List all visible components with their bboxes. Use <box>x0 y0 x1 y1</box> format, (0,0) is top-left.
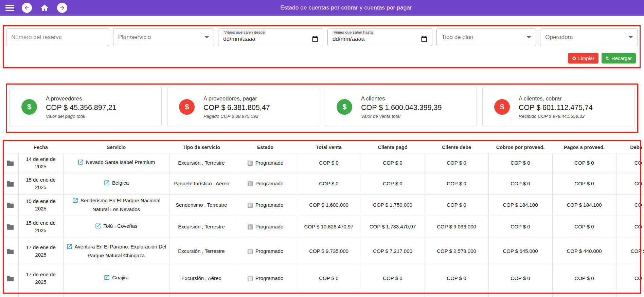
card-title: A clientes <box>361 95 442 102</box>
recargar-button[interactable]: ↻ Recargar <box>602 53 636 63</box>
dollar-icon: $ <box>337 99 352 115</box>
cell-total-venta: COP $ 0 <box>297 153 361 173</box>
recargar-label: Recargar <box>611 56 632 61</box>
service-link[interactable]: Guajira <box>112 275 128 280</box>
cell-tipo: Excursión , Terrestre <box>169 216 234 238</box>
folder-icon[interactable] <box>5 202 16 208</box>
reserva-input[interactable] <box>11 34 104 41</box>
folder-icon[interactable] <box>5 181 16 187</box>
calendar-status-icon <box>247 202 253 208</box>
open-link-icon[interactable] <box>104 274 110 283</box>
cell-pagos-proveed: COP $ 0 <box>552 173 616 194</box>
dollar-icon: $ <box>179 99 195 115</box>
card-title: A proveedores <box>46 95 117 102</box>
cell-cliente-debe: COP $ 0 <box>425 194 488 216</box>
status-badge: Programado <box>255 275 284 282</box>
cell-total-venta: COP $ 1.600.000 <box>297 194 361 216</box>
open-link-icon[interactable] <box>66 243 73 252</box>
plan-servicio-select[interactable]: Plan/servicio <box>113 29 214 46</box>
service-link[interactable]: Nevado Santa Isabel Premium <box>86 159 155 165</box>
folder-icon[interactable] <box>5 275 16 281</box>
home-icon[interactable] <box>39 3 50 13</box>
calendar-status-icon <box>247 160 253 166</box>
cell-cobros-proveed: COP $ 0 <box>488 153 552 173</box>
calendar-picker-icon[interactable] <box>421 33 427 42</box>
cell-total-venta: COP $ 0 <box>297 265 361 292</box>
cell-tipo: Excursión , Terrestre <box>169 153 234 173</box>
cell-cliente-debe: COP $ 0 <box>425 265 488 292</box>
col-debe-a: Debe a <box>616 142 644 153</box>
limpiar-button[interactable]: ♻ Limpiar <box>568 53 598 63</box>
open-link-icon[interactable] <box>95 223 101 231</box>
cell-cobros-proveed: COP $ 0 <box>488 173 552 194</box>
open-link-icon[interactable] <box>104 180 110 188</box>
col-cliente-pago: Cliente pagó <box>361 142 425 153</box>
card-amount: COP $ 1.600.043.399,39 <box>361 104 442 112</box>
chevron-down-icon <box>205 36 209 38</box>
calendar-status-icon <box>247 276 253 281</box>
cell-cliente-debe: COP $ 2.578.000 <box>425 238 488 265</box>
recycle-icon: ♻ <box>572 56 576 61</box>
col-servicio: Servicio <box>63 142 169 153</box>
forward-icon[interactable] <box>57 3 67 13</box>
card-a-proveedores-pagar: $ A proveedores, pagar COP $ 6.381.805,4… <box>167 87 319 127</box>
card-amount: COP $ 601.112.475,74 <box>519 104 593 112</box>
table-row: 15 de ene de 2025 Belgica Paquete turíst… <box>3 173 644 194</box>
back-icon[interactable] <box>22 3 32 13</box>
cell-servicio: Belgica <box>63 173 169 194</box>
open-link-icon[interactable] <box>77 159 84 167</box>
cell-debe-a: CO <box>616 194 644 216</box>
service-link[interactable]: Aventura En El Páramo: Exploración Del P… <box>75 244 166 258</box>
card-a-proveedores: $ A proveedores COP $ 45.356.897,21 Valo… <box>10 87 162 127</box>
reserva-field-wrap <box>6 29 109 46</box>
cell-fecha: 14 de ene de 2025 <box>18 153 63 173</box>
status-badge: Programado <box>255 223 284 230</box>
cell-servicio: Senderismo En El Parque Nacional Natural… <box>63 194 169 216</box>
cell-debe-a: CO <box>616 265 644 292</box>
col-fecha: Fecha <box>18 142 63 153</box>
service-link[interactable]: Belgica <box>112 180 129 186</box>
open-link-icon[interactable] <box>72 197 78 206</box>
service-link[interactable]: Tolú - Coveñas <box>103 223 137 229</box>
cell-fecha: 15 de ene de 2025 <box>18 173 63 194</box>
cell-cobros-proveed: COP $ 0 <box>488 216 552 238</box>
date-to-field[interactable]: Viajes que salen hasta dd/mm/aaaa <box>327 29 433 46</box>
page-title: Estado de cuentas por cobrar y cuentas p… <box>67 4 639 11</box>
cell-debe-a: CO <box>616 173 644 194</box>
dollar-icon: $ <box>494 99 510 115</box>
menu-icon[interactable] <box>5 5 14 11</box>
card-a-clientes-cobrar: $ A clientes, cobrar COP $ 601.112.475,7… <box>482 87 634 127</box>
cell-fecha: 17 de ene de 2025 <box>18 238 63 265</box>
folder-icon[interactable] <box>5 248 16 254</box>
folder-icon[interactable] <box>5 160 16 166</box>
service-link[interactable]: Senderismo En El Parque Nacional Natural… <box>80 198 160 212</box>
cell-cobros-proveed: COP $ 0 <box>488 265 552 292</box>
cell-cliente-pago: COP $ 1.750.000 <box>361 194 425 216</box>
tipo-de-plan-select[interactable]: Tipo de plan <box>436 29 536 46</box>
operadora-select[interactable]: Operadora <box>540 29 638 46</box>
nav-icons <box>5 3 67 13</box>
cell-fecha: 17 de ene de 2025 <box>18 265 63 292</box>
status-badge: Programado <box>255 247 284 255</box>
page: Estado de cuentas por cobrar y cuentas p… <box>0 0 644 297</box>
cell-total-venta: COP $ 9.735.000 <box>297 238 361 265</box>
cell-debe-a: COP $ <box>616 238 644 265</box>
operadora-label: Operadora <box>545 34 573 41</box>
date-from-field[interactable]: Viajes que salen desde dd/mm/aaaa <box>218 29 323 46</box>
calendar-picker-icon[interactable] <box>312 33 318 42</box>
cell-cliente-debe: COP $ 0 <box>425 173 488 194</box>
cell-cliente-debe: COP $ 0 <box>425 153 488 173</box>
folder-icon[interactable] <box>5 224 16 230</box>
card-subtitle: Valor de venta total <box>361 114 442 119</box>
col-icon <box>3 142 18 153</box>
cell-pagos-proveed: COP $ 0 <box>552 153 616 173</box>
cell-tipo: Paquete turístico , Aéreo <box>169 173 234 194</box>
cell-debe-a: CO <box>616 153 644 173</box>
cell-cliente-pago: COP $ 1.733.470,97 <box>361 216 425 238</box>
cell-servicio: Aventura En El Páramo: Exploración Del P… <box>63 238 169 265</box>
cell-estado: Programado <box>234 194 297 216</box>
table-row: 15 de ene de 2025 Tolú - Coveñas Excursi… <box>3 216 644 238</box>
filter-actions: ♻ Limpiar ↻ Recargar <box>568 53 636 63</box>
col-cobros-proveed: Cobros por proveed. <box>488 142 552 153</box>
cell-pagos-proveed: COP $ 0 <box>552 216 616 238</box>
